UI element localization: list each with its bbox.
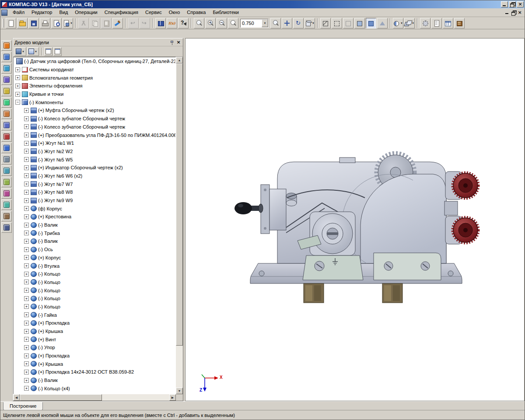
tree-expand-box[interactable]: + bbox=[24, 345, 29, 350]
tree-vertical-scrollbar[interactable]: ▲ ▼ bbox=[176, 57, 183, 394]
tree-item[interactable]: +(-) Кольцо bbox=[14, 294, 175, 303]
wireframe-button[interactable] bbox=[320, 18, 331, 28]
scroll-thumb[interactable] bbox=[176, 63, 183, 346]
context-help-button[interactable] bbox=[178, 18, 189, 28]
section-view-button[interactable] bbox=[393, 18, 403, 28]
shaded-button[interactable] bbox=[354, 18, 365, 28]
rotate-button[interactable] bbox=[293, 18, 304, 28]
tree-expand-box[interactable]: + bbox=[24, 370, 29, 374]
doc-close-button[interactable] bbox=[517, 10, 523, 15]
tree-structure-mode-button[interactable] bbox=[14, 47, 26, 56]
tree-item[interactable]: +(-) Колесо зубчатое Сборочный чертеж bbox=[14, 115, 175, 123]
undo-button[interactable] bbox=[128, 18, 139, 28]
tree-expand-box[interactable]: + bbox=[24, 321, 29, 326]
libraries-button[interactable] bbox=[454, 18, 465, 28]
tree-expand-box[interactable]: + bbox=[24, 214, 29, 219]
tree-item[interactable]: +Системы координат bbox=[14, 66, 175, 74]
menu-item-9[interactable]: Библиотеки bbox=[209, 9, 242, 16]
tree-expand-box[interactable]: + bbox=[15, 67, 20, 72]
menu-item-8[interactable]: Справка bbox=[183, 9, 209, 16]
tree-expand-box[interactable]: + bbox=[24, 272, 29, 276]
tree-item[interactable]: +(-) Упор bbox=[14, 343, 175, 352]
tree-item[interactable]: +(-) Жгут №7 W7 bbox=[14, 180, 175, 188]
tree-expand-box[interactable]: + bbox=[24, 337, 29, 342]
tree-expand-box[interactable]: + bbox=[24, 108, 29, 113]
tree-expand-box[interactable]: + bbox=[24, 354, 29, 358]
tree-composition-mode-button[interactable] bbox=[27, 47, 39, 56]
menu-item-5[interactable]: Спецификация bbox=[101, 9, 142, 16]
paste-button[interactable] bbox=[101, 18, 112, 28]
tree-item[interactable]: +Вспомогательная геометрия bbox=[14, 74, 175, 82]
tree-item[interactable]: +(+) Муфта Сборочный чертеж (x2) bbox=[14, 106, 175, 115]
tree-expand-box[interactable]: + bbox=[24, 239, 29, 244]
tree-item[interactable]: +(-) Ось bbox=[14, 245, 175, 254]
macros-button[interactable] bbox=[420, 18, 430, 28]
zoom-all-button[interactable] bbox=[228, 18, 238, 28]
tree-item[interactable]: +(-) Жгут №5 W5 bbox=[14, 155, 175, 164]
new-document-button[interactable] bbox=[6, 18, 16, 28]
tree-item[interactable]: −(-) Компоненты bbox=[14, 98, 175, 106]
reports-button[interactable] bbox=[443, 18, 453, 28]
tree-item[interactable]: +(-) Трибка bbox=[14, 229, 175, 237]
variables-button[interactable] bbox=[155, 18, 166, 28]
panel-arrays[interactable] bbox=[1, 74, 12, 85]
zoom-out-button[interactable] bbox=[217, 18, 227, 28]
tree-item[interactable]: +(+) Крестовина bbox=[14, 213, 175, 221]
tree-relations-button[interactable] bbox=[53, 47, 62, 56]
tree-expand-box[interactable]: + bbox=[15, 84, 20, 88]
copy-properties-button[interactable] bbox=[112, 18, 123, 28]
tree-item[interactable]: +(+) Крышка bbox=[14, 327, 175, 336]
tree-item[interactable]: +(+) Винт bbox=[14, 335, 175, 343]
tree-item[interactable]: +(-) Кольцо bbox=[14, 286, 175, 294]
toolbar-grip[interactable] bbox=[3, 19, 4, 28]
panel-filters[interactable] bbox=[1, 108, 12, 119]
panel-parameters[interactable] bbox=[1, 177, 12, 187]
perspective-button[interactable] bbox=[377, 18, 388, 28]
tree-expand-box[interactable]: + bbox=[24, 288, 29, 293]
tree-item[interactable]: +(-) Кольцо (x4) bbox=[14, 385, 175, 393]
panel-macros[interactable] bbox=[1, 211, 12, 221]
close-button[interactable] bbox=[517, 1, 524, 7]
doc-minimize-button[interactable] bbox=[504, 10, 510, 15]
hidden-lines-thin-button[interactable] bbox=[343, 18, 354, 28]
tree-expand-box[interactable]: + bbox=[15, 92, 20, 97]
tree-expand-box[interactable]: + bbox=[24, 133, 29, 137]
tree-expand-box[interactable]: + bbox=[24, 141, 29, 146]
tree-expand-box[interactable]: + bbox=[24, 231, 29, 235]
menu-item-3[interactable]: Вид bbox=[56, 9, 71, 16]
tree-item[interactable]: +(-) Валик bbox=[14, 221, 175, 229]
maximize-button[interactable] bbox=[509, 1, 516, 7]
tree-expand-box[interactable]: + bbox=[24, 312, 29, 317]
tree-item[interactable]: +(+) Крышка bbox=[14, 360, 175, 368]
tree-expand-box[interactable]: + bbox=[24, 263, 29, 268]
assembly-3d-model[interactable] bbox=[220, 150, 492, 326]
tree-item[interactable]: +(-) Кольцо bbox=[14, 270, 175, 278]
panel-measurements[interactable] bbox=[1, 97, 12, 108]
zoom-scale-input[interactable] bbox=[241, 20, 262, 27]
tree-item[interactable]: +(+) Прокладка 14х24-3012 ОСТ В38.059-82 bbox=[14, 368, 175, 376]
tree-item[interactable]: +(-) Жгут №6 W6 (x2) bbox=[14, 172, 175, 180]
tree-horizontal-scrollbar[interactable]: ◀ ▶ bbox=[13, 394, 183, 401]
panel-surfaces[interactable] bbox=[1, 63, 12, 74]
panel-specification[interactable] bbox=[1, 120, 12, 130]
document-system-menu-icon[interactable] bbox=[1, 10, 7, 16]
tree-expand-box[interactable]: + bbox=[24, 296, 29, 301]
panel-notations[interactable] bbox=[1, 200, 12, 210]
tree-item[interactable]: +Элементы оформления bbox=[14, 82, 175, 90]
tree-item[interactable]: +(-) Гайка bbox=[14, 311, 175, 319]
tree-item[interactable]: +(+) Корпус bbox=[14, 254, 175, 262]
menu-item-7[interactable]: Окно bbox=[165, 9, 184, 16]
print-preview-button[interactable] bbox=[51, 18, 62, 28]
tree-expand-box[interactable]: + bbox=[24, 304, 29, 309]
minimize-button[interactable] bbox=[501, 1, 508, 7]
tree-expand-box[interactable]: + bbox=[24, 124, 29, 129]
tree-item[interactable]: +(-) Валик bbox=[14, 376, 175, 385]
zoom-in-button[interactable] bbox=[205, 18, 216, 28]
panel-reports[interactable] bbox=[1, 131, 12, 142]
tree-item[interactable]: +(-) Валик bbox=[14, 237, 175, 245]
tree-item[interactable]: +(-) Жгут №2 W2 bbox=[14, 147, 175, 156]
scroll-up-button[interactable]: ▲ bbox=[176, 57, 183, 63]
tree-expand-box[interactable]: + bbox=[24, 329, 29, 334]
menu-item-4[interactable]: Операции bbox=[71, 9, 101, 16]
tree-item[interactable]: +(+) Индикатор Сборочный чертеж (x2) bbox=[14, 164, 175, 172]
